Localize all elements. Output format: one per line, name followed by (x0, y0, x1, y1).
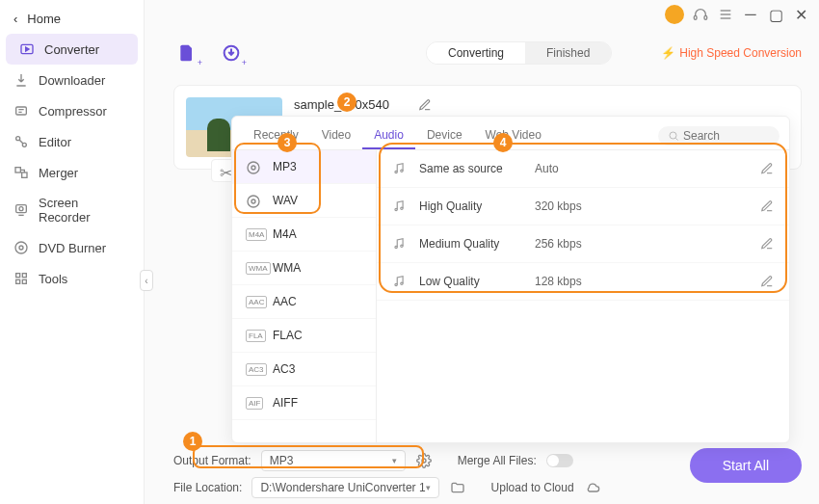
sidebar: ‹ Home ConverterDownloaderCompressorEdit… (0, 0, 145, 504)
seg-finished[interactable]: Finished (525, 42, 611, 64)
bottom-bar: Output Format: MP3 ▾ Merge All Files: Fi… (173, 444, 802, 504)
avatar[interactable] (665, 5, 684, 24)
svg-point-26 (248, 162, 259, 173)
format-item-wma[interactable]: WMAWMA (232, 252, 376, 285)
sidebar-item-merger[interactable]: Merger (0, 157, 144, 188)
rename-icon[interactable] (418, 98, 432, 112)
preset-row[interactable]: Same as sourceAuto (377, 150, 789, 188)
svg-point-33 (401, 207, 403, 209)
sidebar-item-label: Merger (39, 166, 78, 180)
sidebar-icon (13, 271, 29, 286)
format-search-input[interactable] (683, 129, 770, 143)
add-files-button[interactable]: + (173, 40, 200, 66)
plus-icon: + (198, 58, 202, 67)
format-tab-video[interactable]: Video (310, 122, 362, 149)
sidebar-icon (13, 240, 29, 255)
cloud-icon[interactable] (584, 480, 601, 495)
preset-label: Low Quality (419, 275, 535, 288)
format-item-mp3[interactable]: MP3 (232, 150, 376, 184)
headset-icon[interactable] (692, 6, 709, 23)
svg-rect-7 (16, 107, 27, 115)
svg-point-34 (395, 246, 397, 248)
chevron-down-icon: ▾ (426, 483, 431, 492)
menu-icon[interactable] (717, 6, 734, 23)
svg-point-27 (251, 166, 255, 170)
start-all-button[interactable]: Start All (690, 448, 802, 483)
window-minimize[interactable]: ─ (742, 6, 759, 23)
format-tab-audio[interactable]: Audio (362, 122, 415, 149)
preset-row[interactable]: High Quality320 kbps (377, 188, 789, 225)
output-format-select[interactable]: MP3 ▾ (261, 450, 406, 471)
svg-rect-1 (704, 15, 707, 19)
svg-point-36 (395, 283, 397, 285)
format-label: WAV (273, 194, 298, 207)
sidebar-item-compressor[interactable]: Compressor (0, 95, 144, 126)
format-icon: M4A (246, 227, 263, 241)
svg-rect-0 (694, 15, 697, 19)
back-home[interactable]: ‹ Home (0, 4, 144, 34)
open-folder-icon[interactable] (449, 480, 466, 495)
sidebar-item-editor[interactable]: Editor (0, 126, 144, 157)
format-item-ac3[interactable]: AC3AC3 (232, 353, 376, 386)
preset-edit-icon[interactable] (760, 275, 774, 288)
merge-label: Merge All Files: (458, 454, 537, 467)
format-item-aac[interactable]: AACAAC (232, 285, 376, 319)
sidebar-item-label: Converter (44, 42, 99, 57)
svg-rect-12 (22, 172, 27, 177)
preset-row[interactable]: Low Quality128 kbps (377, 263, 789, 301)
format-item-wav[interactable]: WAV (232, 184, 376, 218)
format-item-m4a[interactable]: M4AM4A (232, 218, 376, 252)
format-tab-recently[interactable]: Recently (242, 122, 310, 149)
format-tab-device[interactable]: Device (415, 122, 474, 149)
format-label: MP3 (273, 160, 297, 173)
svg-point-23 (422, 459, 426, 463)
download-media-button[interactable]: + (218, 40, 245, 66)
svg-rect-11 (15, 168, 20, 172)
preset-row[interactable]: Medium Quality256 kbps (377, 225, 789, 263)
sidebar-item-downloader[interactable]: Downloader (0, 65, 144, 95)
svg-rect-13 (16, 205, 27, 213)
svg-point-31 (401, 170, 403, 172)
status-segmented: Converting Finished (426, 41, 612, 65)
file-location-select[interactable]: D:\Wondershare UniConverter 1 ▾ (251, 477, 438, 498)
music-icon (392, 199, 408, 213)
window-maximize[interactable]: ▢ (767, 6, 784, 23)
svg-point-37 (401, 282, 403, 284)
merge-toggle[interactable] (546, 454, 573, 467)
sidebar-icon (13, 72, 29, 88)
sidebar-icon (13, 134, 29, 149)
home-label: Home (27, 12, 61, 26)
search-icon (668, 130, 679, 142)
format-item-flac[interactable]: FLAFLAC (232, 319, 376, 353)
svg-point-17 (19, 246, 23, 250)
preset-rate: 128 kbps (535, 275, 631, 288)
plus-icon: + (242, 58, 247, 67)
format-label: WMA (273, 261, 301, 275)
sidebar-item-dvd-burner[interactable]: DVD Burner (0, 232, 144, 263)
format-item-aiff[interactable]: AIFAIFF (232, 386, 376, 420)
sidebar-item-label: Editor (39, 135, 71, 149)
preset-label: High Quality (419, 199, 535, 213)
output-format-settings-icon[interactable] (415, 453, 433, 468)
sidebar-item-tools[interactable]: Tools (0, 263, 144, 294)
sidebar-icon (19, 41, 35, 57)
format-icon: AIF (246, 396, 263, 410)
music-icon (392, 275, 408, 288)
preset-edit-icon[interactable] (760, 237, 774, 251)
seg-converting[interactable]: Converting (427, 42, 525, 64)
format-tab-web-video[interactable]: Web Video (474, 122, 553, 149)
music-icon (392, 237, 408, 251)
preset-edit-icon[interactable] (760, 162, 774, 175)
sidebar-item-label: Downloader (39, 73, 105, 88)
sidebar-item-screen-recorder[interactable]: Screen Recorder (0, 188, 144, 232)
format-search (658, 126, 779, 146)
high-speed-conversion[interactable]: ⚡ High Speed Conversion (661, 46, 802, 60)
sidebar-item-converter[interactable]: Converter (6, 34, 138, 65)
preset-label: Medium Quality (419, 237, 535, 251)
format-label: AC3 (273, 362, 295, 376)
preset-edit-icon[interactable] (760, 199, 774, 213)
sidebar-item-label: Screen Recorder (39, 196, 130, 225)
window-close[interactable]: ✕ (792, 6, 809, 23)
svg-point-32 (395, 208, 397, 210)
format-panel: RecentlyVideoAudioDeviceWeb Video MP3WAV… (231, 116, 790, 443)
